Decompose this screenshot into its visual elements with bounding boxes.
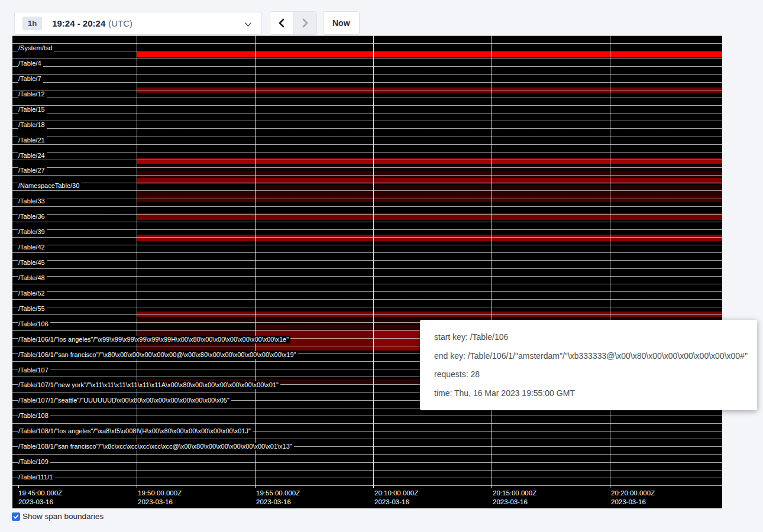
time-axis: 19:45:00.000Z2023-03-1619:50:00.000Z2023… xyxy=(12,486,722,508)
key-visualizer-page: 1h 19:24 - 20:24 (UTC) Now /System/tsd/T… xyxy=(0,0,763,532)
axis-tick xyxy=(492,485,492,488)
heatmap-band xyxy=(137,87,722,93)
axis-tick xyxy=(373,485,374,488)
axis-tick-label: 19:45:00.000Z2023-03-16 xyxy=(18,489,62,507)
heatmap-band xyxy=(137,158,722,164)
time-range-selector[interactable]: 1h 19:24 - 20:24 (UTC) xyxy=(14,12,262,35)
heatmap-band xyxy=(137,191,722,196)
axis-tick-label: 20:10:00.000Z2023-03-16 xyxy=(374,489,418,507)
duration-badge: 1h xyxy=(22,17,42,30)
tooltip-line: time: Thu, 16 Mar 2023 19:55:00 GMT xyxy=(434,387,743,399)
show-span-boundaries-checkbox[interactable] xyxy=(12,512,20,521)
axis-tick-label: 19:50:00.000Z2023-03-16 xyxy=(138,489,182,507)
axis-tick-label: 19:55:00.000Z2023-03-16 xyxy=(256,489,300,507)
heatmap-band xyxy=(137,196,722,202)
time-range-label: 19:24 - 20:24 xyxy=(52,18,105,28)
heatmap[interactable]: /System/tsd/Table/4/Table/7/Table/12/Tab… xyxy=(12,35,722,508)
axis-tick-label: 20:20:00.000Z2023-03-16 xyxy=(611,489,655,507)
heatmap-band xyxy=(137,52,722,57)
heatmap-band xyxy=(137,165,722,170)
tooltip-line: requests: 28 xyxy=(434,368,743,380)
axis-tick xyxy=(18,485,19,488)
cell-tooltip: start key: /Table/106end key: /Table/106… xyxy=(420,320,757,410)
next-interval-button[interactable] xyxy=(293,12,316,34)
chevron-right-icon xyxy=(301,18,309,28)
heatmap-band xyxy=(137,312,722,317)
time-nav-group xyxy=(270,11,317,35)
tooltip-line: start key: /Table/106 xyxy=(434,331,743,343)
axis-tick xyxy=(610,485,610,488)
heatmap-band xyxy=(255,185,722,190)
previous-interval-button[interactable] xyxy=(270,12,293,34)
tooltip-line: end key: /Table/106/1/"amsterdam"/"\xb33… xyxy=(434,350,743,362)
axis-tick xyxy=(137,485,137,488)
heatmap-bands xyxy=(12,35,722,486)
heatmap-band xyxy=(137,178,722,184)
chevron-left-icon xyxy=(277,18,286,28)
axis-tick xyxy=(255,485,256,488)
check-icon xyxy=(13,514,19,520)
show-span-boundaries-label: Show span boundaries xyxy=(22,512,104,521)
axis-tick-label: 20:15:00.000Z2023-03-16 xyxy=(493,489,536,507)
heatmap-band xyxy=(137,171,722,177)
chevron-down-icon xyxy=(244,20,252,31)
now-button[interactable]: Now xyxy=(323,11,360,35)
heatmap-band xyxy=(137,235,722,241)
timezone-label: (UTC) xyxy=(108,18,132,28)
heatmap-band xyxy=(137,330,255,351)
heatmap-band xyxy=(137,213,722,220)
footer: Show span boundaries xyxy=(12,512,104,521)
heatmap-band xyxy=(255,330,373,351)
